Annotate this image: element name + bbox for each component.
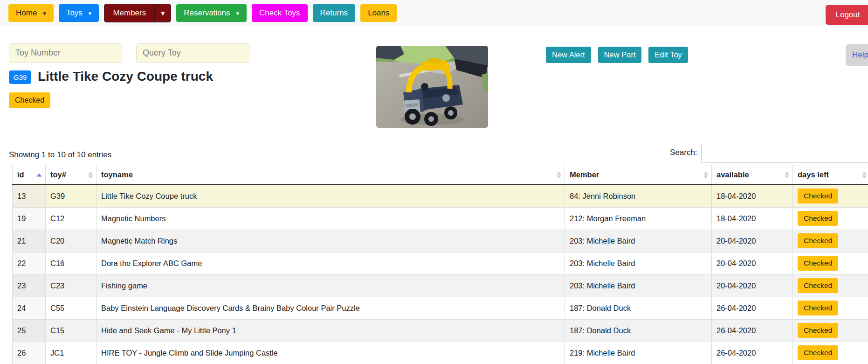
cell-days-left: Checked [793, 274, 868, 297]
loans-table: idtoy#toynameMemberavailabledays left 13… [12, 165, 868, 364]
checked-button[interactable]: Checked [798, 278, 838, 293]
nav-item-home[interactable]: Home▾ [8, 4, 54, 22]
table-row[interactable]: 19C12Magnetic Numbers212: Morgan Freeman… [13, 207, 868, 230]
sort-icon [557, 172, 561, 178]
nav-item-label: Home [16, 8, 37, 18]
cell-id: 22 [13, 252, 46, 274]
checked-button[interactable]: Checked [798, 256, 838, 271]
sort-icon [785, 172, 789, 178]
cell-id: 13 [13, 185, 46, 207]
cell-days-left: Checked [793, 207, 868, 230]
caret-down-icon[interactable]: ▾ [154, 4, 171, 22]
cell-toy-num: C16 [46, 252, 96, 274]
checked-button[interactable]: Checked [798, 323, 838, 338]
cell-days-left: Checked [793, 252, 868, 274]
caret-down-icon: ▾ [89, 10, 92, 16]
nav-item-label: Reservations [184, 8, 230, 18]
query-toy-input[interactable] [136, 43, 249, 63]
column-header-label: days left [798, 170, 829, 179]
table-row[interactable]: 22C16Dora the Explorer ABC Game203: Mich… [13, 252, 868, 274]
cell-id: 21 [13, 230, 46, 252]
column-header-available[interactable]: available [712, 165, 793, 185]
cell-member: 203: Michelle Baird [565, 252, 712, 274]
toy-photo [376, 46, 488, 128]
nav-item-label: Returns [320, 8, 348, 18]
column-header-id[interactable]: id [13, 165, 46, 185]
nav-item-label: Toys [66, 8, 83, 18]
cell-toy-num: C23 [46, 274, 96, 297]
column-header-toyname[interactable]: toyname [96, 165, 565, 185]
cell-toy-num: G39 [46, 185, 96, 207]
search-input[interactable] [702, 143, 868, 162]
table-row[interactable]: 21C20Magnetic Match Rings203: Michelle B… [13, 230, 868, 252]
checked-button[interactable]: Checked [798, 189, 838, 203]
cell-toy-num: C12 [46, 207, 96, 230]
column-header-label: id [17, 170, 24, 179]
nav-item-loans[interactable]: Loans [360, 4, 397, 22]
logout-button[interactable]: Logout [826, 5, 868, 25]
column-header-label: available [716, 170, 749, 179]
table-row[interactable]: 23C23Fishing game203: Michelle Baird20-0… [13, 274, 868, 297]
cell-days-left: Checked [793, 319, 868, 342]
cell-member: 187: Donald Duck [565, 297, 712, 319]
column-header-label: toy# [50, 170, 66, 179]
cell-available: 26-04-2020 [712, 342, 793, 364]
toy-library-app: Home▾Toys▾Members▾Reservations▾Check Toy… [0, 0, 868, 364]
cell-toyname: Fishing game [96, 274, 565, 297]
new-alert-button[interactable]: New Alert [546, 47, 591, 63]
checked-button[interactable]: Checked [798, 233, 838, 248]
cell-member: 212: Morgan Freeman [565, 207, 712, 230]
cell-available: 18-04-2020 [712, 207, 793, 230]
cell-toyname: HIRE TOY - Jungle Climb and Slide Jumpin… [96, 342, 565, 364]
help-button[interactable]: Help [846, 44, 868, 66]
column-header-Member[interactable]: Member [565, 165, 712, 185]
nav-item-label: Members [104, 4, 154, 22]
cell-member: 219: Michelle Baird [565, 342, 712, 364]
column-header-days-left[interactable]: days left [793, 165, 868, 185]
cell-available: 26-04-2020 [712, 297, 793, 319]
table-search: Search: [670, 143, 868, 162]
table-row[interactable]: 13G39Little Tike Cozy Coupe truck84: Jen… [13, 185, 868, 207]
entries-summary: Showing 1 to 10 of 10 entries [9, 150, 111, 160]
cell-id: 26 [13, 342, 46, 364]
nav-item-reservations[interactable]: Reservations▾ [176, 4, 247, 22]
cell-toyname: Dora the Explorer ABC Game [96, 252, 565, 274]
cell-toyname: Magnetic Numbers [96, 207, 565, 230]
caret-down-icon: ▾ [236, 10, 240, 16]
nav-item-label: Loans [368, 8, 389, 18]
table-header-row: idtoy#toynameMemberavailabledays left [13, 165, 868, 185]
nav-item-check-toys[interactable]: Check Toys [252, 4, 308, 22]
cell-days-left: Checked [793, 342, 868, 364]
cell-toy-num: C20 [46, 230, 96, 252]
cell-toy-num: JC1 [46, 342, 96, 364]
toy-status-checked-button[interactable]: Checked [9, 92, 50, 108]
edit-toy-button[interactable]: Edit Toy [648, 47, 688, 63]
table-row[interactable]: 26JC1HIRE TOY - Jungle Climb and Slide J… [13, 342, 868, 364]
navbar-items: Home▾Toys▾Members▾Reservations▾Check Toy… [8, 4, 397, 22]
cell-available: 20-04-2020 [712, 230, 793, 252]
table-row[interactable]: 24C55Baby Einstein Language Discovery Ca… [13, 297, 868, 319]
nav-item-members[interactable]: Members▾ [104, 4, 171, 22]
sort-asc-icon [36, 173, 42, 176]
toy-title: Little Tike Cozy Coupe truck [38, 69, 213, 84]
cell-toyname: Little Tike Cozy Coupe truck [96, 185, 565, 207]
checked-button[interactable]: Checked [798, 301, 838, 315]
toy-number-badge: G39 [9, 70, 31, 84]
new-part-button[interactable]: New Part [598, 47, 642, 63]
toy-number-input[interactable] [9, 43, 122, 63]
navbar: Home▾Toys▾Members▾Reservations▾Check Toy… [0, 0, 868, 26]
cell-toyname: Hide and Seek Game - My Little Pony 1 [96, 319, 565, 342]
checked-button[interactable]: Checked [798, 345, 838, 360]
cell-toyname: Magnetic Match Rings [96, 230, 565, 252]
nav-item-toys[interactable]: Toys▾ [59, 4, 99, 22]
checked-button[interactable]: Checked [798, 211, 838, 226]
column-header-label: Member [570, 170, 599, 179]
cell-available: 20-04-2020 [712, 252, 793, 274]
column-header-toy-[interactable]: toy# [46, 165, 96, 185]
cell-available: 18-04-2020 [712, 185, 793, 207]
table-row[interactable]: 25C15Hide and Seek Game - My Little Pony… [13, 319, 868, 342]
nav-item-returns[interactable]: Returns [313, 4, 356, 22]
cell-id: 25 [13, 319, 46, 342]
cell-days-left: Checked [793, 297, 868, 319]
cell-available: 26-04-2020 [712, 319, 793, 342]
